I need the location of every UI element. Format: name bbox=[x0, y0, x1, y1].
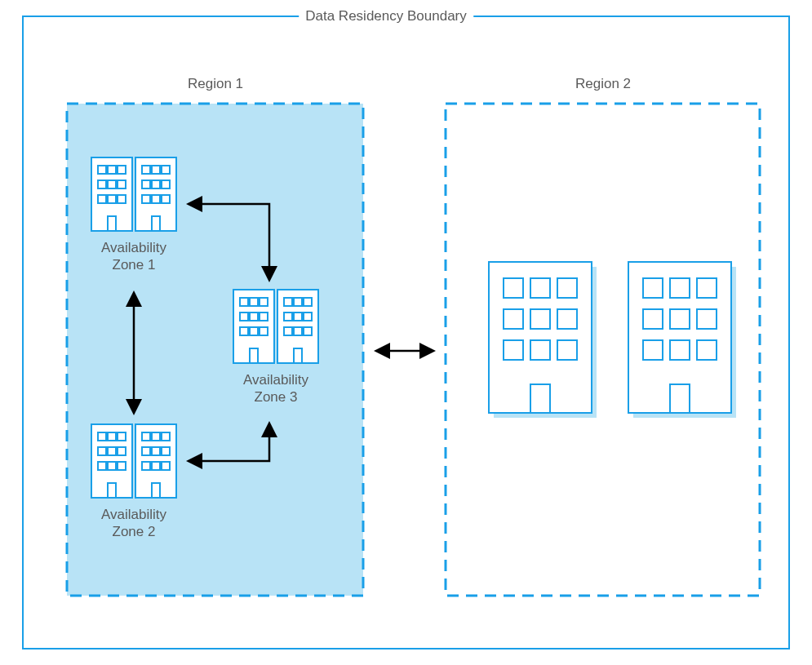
az2-label: Availability Zone 2 bbox=[101, 506, 166, 541]
building-icon bbox=[628, 262, 736, 418]
diagram-canvas: Data Residency Boundary Region 1 Region … bbox=[0, 0, 812, 665]
region-1-label: Region 1 bbox=[188, 75, 243, 92]
region-2-label: Region 2 bbox=[575, 75, 631, 92]
az1-label: Availability Zone 1 bbox=[101, 239, 166, 274]
diagram-svg bbox=[0, 0, 812, 665]
building-icon bbox=[489, 262, 597, 418]
az3-label: Availability Zone 3 bbox=[243, 371, 308, 406]
boundary-title: Data Residency Boundary bbox=[299, 7, 473, 24]
